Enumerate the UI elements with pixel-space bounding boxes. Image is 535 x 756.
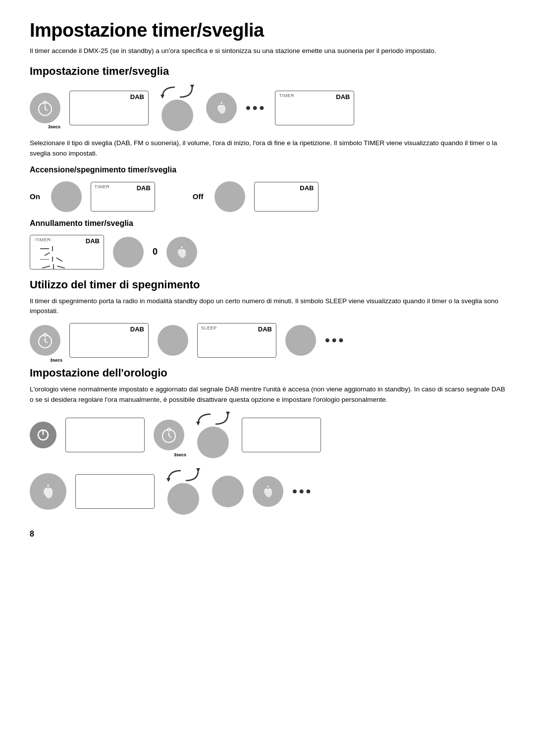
secs-label-2: 3secs bbox=[50, 358, 62, 363]
touch-knob-item bbox=[206, 93, 237, 123]
clock-icon bbox=[36, 99, 54, 117]
power-button bbox=[30, 422, 56, 448]
sub1-heading: Accensione/spegnimento timer/sveglia bbox=[30, 165, 505, 174]
section1-heading: Impostazione timer/sveglia bbox=[30, 65, 505, 78]
clock-plain-knob bbox=[212, 476, 244, 507]
display-on-timer: TIMER DAB bbox=[91, 182, 155, 212]
svg-marker-21 bbox=[196, 422, 200, 426]
diagram-row-on-off: On TIMER DAB Off DAB bbox=[30, 181, 505, 212]
display-clock-2 bbox=[242, 418, 321, 452]
finger-icon bbox=[214, 100, 229, 116]
rotate-knob bbox=[161, 100, 193, 131]
sleep-knob bbox=[30, 325, 60, 356]
svg-line-11 bbox=[45, 341, 48, 343]
cancel-lines bbox=[40, 246, 65, 270]
svg-marker-5 bbox=[160, 95, 164, 99]
rotate-group-2 bbox=[193, 412, 233, 458]
svg-line-2 bbox=[45, 109, 48, 110]
cancel-display: -TIMER- DAB bbox=[30, 235, 104, 270]
dab-label-cancel: DAB bbox=[86, 237, 100, 245]
page-title: Impostazione timer/sveglia bbox=[30, 20, 505, 41]
display-clock-3 bbox=[75, 474, 155, 509]
section3-description: L'orologio viene normalmente impostato e… bbox=[30, 384, 505, 405]
clock-rotate-knob bbox=[197, 427, 229, 458]
diagram-row-clock-2: ••• bbox=[30, 468, 505, 515]
svg-marker-25 bbox=[196, 468, 200, 472]
cancel-knob bbox=[113, 237, 144, 268]
display-box-timer: TIMER DAB bbox=[275, 91, 354, 125]
dab-label-sleep1: DAB bbox=[130, 325, 144, 333]
sleep-label: SLEEP bbox=[201, 325, 217, 330]
clock-rotate-knob-2 bbox=[167, 483, 199, 515]
timer-label-on: TIMER bbox=[95, 184, 110, 189]
svg-marker-6 bbox=[190, 85, 194, 89]
sleep-plain-knob-2 bbox=[285, 325, 316, 356]
rotate-group bbox=[158, 85, 197, 131]
timer-label-display: TIMER bbox=[279, 93, 294, 98]
off-knob bbox=[214, 181, 245, 212]
clock-knob-3secs bbox=[154, 420, 184, 450]
svg-marker-24 bbox=[166, 478, 170, 482]
sleep-knob-item: 3secs bbox=[30, 325, 60, 356]
clock-icon-3 bbox=[160, 426, 178, 444]
timer-knob-item: 3secs bbox=[30, 93, 60, 123]
sleep-plain-knob bbox=[158, 325, 188, 356]
diagram-row-cancel: -TIMER- DAB 0 bbox=[30, 235, 505, 270]
section2-description: Il timer di spegnimento porta la radio i… bbox=[30, 296, 505, 317]
off-label: Off bbox=[193, 192, 204, 201]
touch-knob bbox=[206, 93, 237, 123]
cancel-timer-label: -TIMER- bbox=[34, 237, 53, 242]
section3-heading: Impostazione dell'orologio bbox=[30, 367, 505, 379]
diagram-row-clock-1: 3secs bbox=[30, 412, 505, 458]
display-box-1: DAB bbox=[69, 91, 149, 125]
on-label: On bbox=[30, 192, 40, 201]
display-sleep-1: DAB bbox=[69, 323, 149, 358]
on-knob bbox=[51, 181, 82, 212]
svg-marker-22 bbox=[226, 412, 230, 416]
finger-icon-4 bbox=[260, 484, 276, 499]
secs-label-3: 3secs bbox=[174, 452, 186, 457]
dots-separator-3: ••• bbox=[292, 484, 313, 499]
dots-separator-2: ••• bbox=[325, 332, 345, 348]
diagram-row-1: 3secs DAB bbox=[30, 85, 505, 131]
dab-label-2: DAB bbox=[336, 93, 350, 101]
dab-label-on: DAB bbox=[137, 184, 151, 192]
rotate-arrows-icon-2 bbox=[193, 412, 233, 427]
clock-icon-2 bbox=[36, 331, 54, 349]
sub2-heading: Annullamento timer/sveglia bbox=[30, 219, 505, 228]
diagram-row-sleep: 3secs DAB SLEEP DAB ••• bbox=[30, 323, 505, 358]
page-number: 8 bbox=[30, 530, 505, 539]
section2-heading: Utilizzo del timer di spegnimento bbox=[30, 278, 505, 291]
intro-text: Il timer accende il DMX-25 (se in standb… bbox=[30, 46, 505, 56]
display-off: DAB bbox=[254, 182, 319, 212]
clock-touch-knob-2 bbox=[253, 476, 283, 507]
rotate-arrows-icon bbox=[158, 85, 197, 100]
power-icon bbox=[36, 428, 50, 442]
clock-knob-item: 3secs bbox=[154, 420, 184, 450]
cancel-touch-knob bbox=[166, 237, 197, 268]
zero-label: 0 bbox=[153, 247, 158, 257]
finger-icon-2 bbox=[174, 244, 190, 260]
touch-knob-lg bbox=[30, 473, 66, 510]
section1-detail: Selezionare il tipo di sveglia (DAB, FM … bbox=[30, 138, 505, 159]
svg-line-18 bbox=[169, 436, 171, 437]
dots-separator-1: ••• bbox=[246, 100, 266, 116]
secs-label-1: 3secs bbox=[48, 124, 60, 129]
display-clock-1 bbox=[65, 418, 145, 452]
rotate-group-3 bbox=[163, 468, 203, 515]
timer-knob bbox=[30, 93, 60, 123]
dab-label-1: DAB bbox=[130, 93, 144, 101]
display-sleep-2: SLEEP DAB bbox=[197, 323, 276, 358]
dab-label-sleep2: DAB bbox=[258, 325, 272, 333]
dab-label-off: DAB bbox=[300, 184, 314, 192]
finger-icon-3 bbox=[39, 482, 57, 501]
rotate-arrows-icon-3 bbox=[163, 468, 203, 483]
